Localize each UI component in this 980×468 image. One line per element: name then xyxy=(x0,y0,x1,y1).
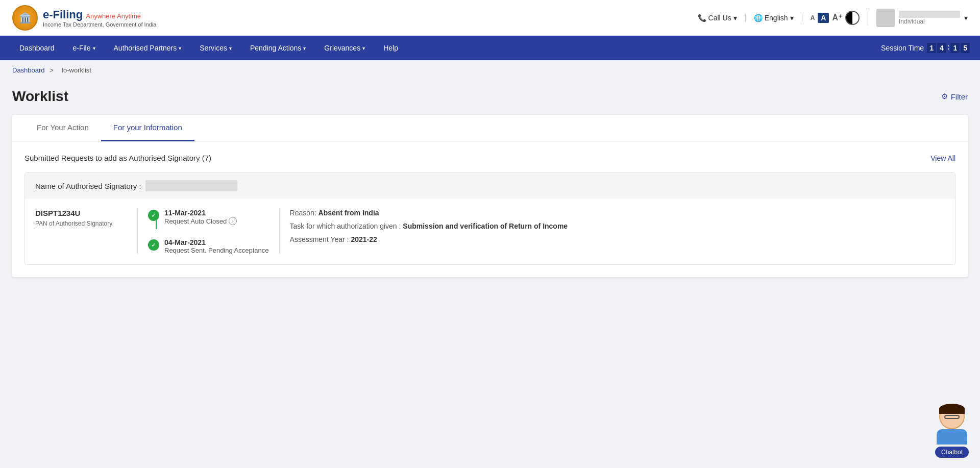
breadcrumb-separator: > xyxy=(50,66,54,74)
tab-bar: For Your Action For your Information xyxy=(12,115,968,141)
user-info: Individual xyxy=(899,11,960,25)
breadcrumb-current: fo-worklist xyxy=(61,66,91,74)
globe-icon: 🌐 xyxy=(754,14,763,22)
timeline-info-1: 11-Mar-2021 Request Auto Closed i xyxy=(164,209,269,225)
signatory-name-value xyxy=(145,180,237,191)
lang-chevron-icon: ▾ xyxy=(790,14,794,22)
tab-content: Submitted Requests to add as Authorised … xyxy=(12,141,968,277)
site-name: e-Filing Anywhere Anytime xyxy=(43,8,156,21)
session-digit-1: 1 xyxy=(927,43,936,53)
nav-pending-actions[interactable]: Pending Actions ▾ xyxy=(241,36,315,60)
call-chevron-icon: ▾ xyxy=(733,14,737,22)
check-icon-2: ✓ xyxy=(148,239,159,251)
pan-label: PAN of Authorised Signatory xyxy=(35,219,127,228)
nav-efile-label: e-File xyxy=(73,44,91,52)
nav-help[interactable]: Help xyxy=(374,36,407,60)
timeline-item-2: ✓ 04-Mar-2021 Request Sent. Pending Acce… xyxy=(148,238,269,254)
task-row: Task for which authorization given : Sub… xyxy=(290,222,945,230)
font-small-button[interactable]: A xyxy=(811,14,815,21)
tab-for-your-information[interactable]: For your Information xyxy=(101,115,194,141)
user-chevron-icon[interactable]: ▾ xyxy=(964,14,968,22)
ay-label: Assessment Year : xyxy=(290,235,349,243)
chatbot-button[interactable]: Chatbot xyxy=(934,404,970,458)
timeline-connector xyxy=(156,219,157,229)
nav-help-label: Help xyxy=(383,44,398,52)
language-label: English xyxy=(765,14,788,22)
session-colon: : xyxy=(947,43,950,53)
filter-button[interactable]: ⚙ Filter xyxy=(941,92,968,101)
nav-grievances-label: Grievances xyxy=(324,44,360,52)
font-large-button[interactable]: A⁺ xyxy=(832,13,842,22)
site-header: 🏛️ e-Filing Anywhere Anytime Income Tax … xyxy=(0,0,980,36)
session-digit-3: 1 xyxy=(950,43,960,53)
main-content: Worklist ⚙ Filter For Your Action For yo… xyxy=(0,80,980,298)
nav-grievances[interactable]: Grievances ▾ xyxy=(315,36,374,60)
ay-row: Assessment Year : 2021-22 xyxy=(290,235,945,243)
timeline-date-1: 11-Mar-2021 xyxy=(164,209,269,217)
font-medium-button[interactable]: A xyxy=(818,13,829,23)
grievances-chevron-icon: ▾ xyxy=(362,45,365,51)
tab-for-your-action[interactable]: For Your Action xyxy=(24,115,101,141)
phone-icon: 📞 xyxy=(698,14,706,22)
section-header: Submitted Requests to add as Authorised … xyxy=(24,154,955,162)
tab-for-your-information-label: For your Information xyxy=(113,123,182,132)
user-section: Individual ▾ xyxy=(876,9,968,27)
filter-label: Filter xyxy=(951,92,968,101)
timeline-date-2: 04-Mar-2021 xyxy=(164,238,269,247)
timeline-info-2: 04-Mar-2021 Request Sent. Pending Accept… xyxy=(164,238,269,254)
view-all-link[interactable]: View All xyxy=(930,154,955,162)
site-tagline: Anywhere Anytime xyxy=(86,12,141,20)
reason-value: Absent from India xyxy=(318,209,379,217)
timeline-item-1: ✓ 11-Mar-2021 Request Auto Closed i xyxy=(148,209,269,230)
task-value: Submission and verification of Return of… xyxy=(403,222,568,230)
timeline-status-1: Request Auto Closed i xyxy=(164,217,269,225)
session-label: Session Time xyxy=(881,44,924,52)
signatory-card: Name of Authorised Signatory : DISPT1234… xyxy=(24,173,955,265)
language-selector[interactable]: 🌐 English ▾ xyxy=(754,14,802,22)
nav-dashboard-label: Dashboard xyxy=(19,44,55,52)
session-timer: Session Time 1 4 : 1 5 xyxy=(881,43,970,53)
signatory-header-label: Name of Authorised Signatory : xyxy=(35,182,141,190)
page-header: Worklist ⚙ Filter xyxy=(12,88,968,105)
timeline-column: ✓ 11-Mar-2021 Request Auto Closed i xyxy=(137,209,280,254)
nav-authorised-partners[interactable]: Authorised Partners ▾ xyxy=(105,36,191,60)
call-us-label: Call Us xyxy=(708,14,731,22)
avatar xyxy=(876,9,895,27)
pan-number: DISPT1234U xyxy=(35,209,127,217)
section-title: Submitted Requests to add as Authorised … xyxy=(24,154,211,162)
session-time-display: 1 4 : 1 5 xyxy=(927,43,970,53)
emblem-icon: 🏛️ xyxy=(12,5,38,31)
call-us-button[interactable]: 📞 Call Us ▾ xyxy=(698,14,746,22)
chatbot-label: Chatbot xyxy=(935,447,969,458)
session-digit-2: 4 xyxy=(937,43,946,53)
font-controls: A A A⁺ xyxy=(811,11,868,25)
efile-chevron-icon: ▾ xyxy=(93,45,95,51)
signatory-body: DISPT1234U PAN of Authorised Signatory ✓… xyxy=(25,199,955,264)
reason-row: Reason: Absent from India xyxy=(290,209,945,217)
user-type: Individual xyxy=(899,18,960,25)
services-chevron-icon: ▾ xyxy=(229,45,232,51)
nav-efile[interactable]: e-File ▾ xyxy=(64,36,105,60)
user-name xyxy=(899,11,960,18)
nav-services-label: Services xyxy=(200,44,227,52)
logo-area: 🏛️ e-Filing Anywhere Anytime Income Tax … xyxy=(12,5,156,31)
header-controls: 📞 Call Us ▾ 🌐 English ▾ A A A⁺ Individua… xyxy=(698,9,968,27)
partners-chevron-icon: ▾ xyxy=(179,45,181,51)
nav-dashboard[interactable]: Dashboard xyxy=(10,36,64,60)
contrast-toggle[interactable] xyxy=(845,11,860,25)
worklist-card: For Your Action For your Information Sub… xyxy=(12,115,968,277)
nav-authorised-partners-label: Authorised Partners xyxy=(114,44,177,52)
info-icon-1[interactable]: i xyxy=(229,217,237,225)
pan-column: DISPT1234U PAN of Authorised Signatory xyxy=(35,209,137,254)
tab-for-your-action-label: For Your Action xyxy=(37,123,89,132)
pending-chevron-icon: ▾ xyxy=(303,45,306,51)
task-label: Task for which authorization given : xyxy=(290,222,401,230)
nav-services[interactable]: Services ▾ xyxy=(190,36,241,60)
nav-pending-actions-label: Pending Actions xyxy=(250,44,301,52)
breadcrumb-home[interactable]: Dashboard xyxy=(12,66,45,74)
timeline-status-2: Request Sent. Pending Acceptance xyxy=(164,247,269,254)
page-title: Worklist xyxy=(12,88,68,105)
ay-value: 2021-22 xyxy=(351,235,377,243)
session-digit-4: 5 xyxy=(961,43,970,53)
logo-text: e-Filing Anywhere Anytime Income Tax Dep… xyxy=(43,8,156,28)
